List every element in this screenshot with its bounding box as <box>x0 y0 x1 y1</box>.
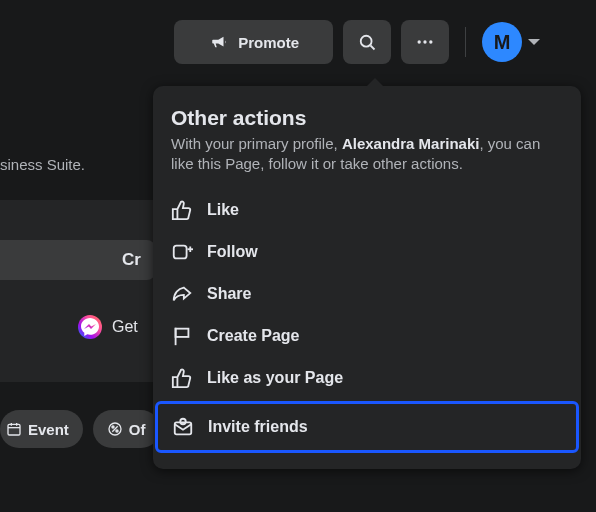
chip-row: Event Of <box>0 410 160 448</box>
dropdown-subtitle: With your primary profile, Alexandra Mar… <box>153 134 581 189</box>
profile-name: Alexandra Marinaki <box>342 135 480 152</box>
svg-rect-17 <box>176 328 189 336</box>
thumbs-up-icon <box>171 367 193 389</box>
share-icon <box>171 283 193 305</box>
messenger-label: Get <box>112 318 138 336</box>
offers-chip[interactable]: Of <box>93 410 160 448</box>
event-chip-label: Event <box>28 421 69 438</box>
menu-item-label: Follow <box>207 243 258 261</box>
percent-icon <box>107 421 123 437</box>
svg-point-3 <box>423 40 426 43</box>
menu-item-create-page[interactable]: Create Page <box>153 315 581 357</box>
menu-item-like[interactable]: Like <box>153 189 581 231</box>
svg-rect-5 <box>8 424 20 435</box>
menu-item-label: Create Page <box>207 327 300 345</box>
promote-button[interactable]: Promote <box>174 20 333 64</box>
calendar-icon <box>6 421 22 437</box>
messenger-link[interactable]: Get <box>78 315 138 339</box>
avatar: M <box>482 22 522 62</box>
svg-rect-13 <box>174 245 187 258</box>
partial-create-label: Cr <box>122 250 141 270</box>
thumbs-up-icon <box>171 199 193 221</box>
menu-item-follow[interactable]: Follow <box>153 231 581 273</box>
partial-suite-text: siness Suite. <box>0 156 85 173</box>
avatar-letter: M <box>494 31 511 54</box>
svg-point-0 <box>361 36 372 47</box>
menu-item-invite-friends[interactable]: Invite friends <box>155 401 579 453</box>
page-toolbar: Promote M <box>0 0 596 64</box>
offers-chip-label: Of <box>129 421 146 438</box>
svg-point-4 <box>429 40 432 43</box>
partial-panel <box>0 200 155 382</box>
search-icon <box>357 32 377 52</box>
event-chip[interactable]: Event <box>0 410 83 448</box>
menu-item-share[interactable]: Share <box>153 273 581 315</box>
more-button[interactable] <box>401 20 449 64</box>
other-actions-dropdown: Other actions With your primary profile,… <box>153 86 581 469</box>
divider <box>465 27 466 57</box>
profile-switcher[interactable]: M <box>482 22 540 62</box>
svg-point-10 <box>112 426 114 428</box>
invite-icon <box>172 416 194 438</box>
menu-item-label: Invite friends <box>208 418 308 436</box>
megaphone-icon <box>208 31 230 53</box>
partial-create-button[interactable]: Cr <box>0 240 155 280</box>
dropdown-title: Other actions <box>153 100 581 134</box>
menu-item-like-as-page[interactable]: Like as your Page <box>153 357 581 399</box>
promote-label: Promote <box>238 34 299 51</box>
search-button[interactable] <box>343 20 391 64</box>
svg-line-1 <box>371 46 375 50</box>
svg-point-11 <box>116 430 118 432</box>
flag-icon <box>171 325 193 347</box>
menu-item-label: Share <box>207 285 251 303</box>
menu-item-label: Like as your Page <box>207 369 343 387</box>
chevron-down-icon <box>528 39 540 45</box>
menu-item-label: Like <box>207 201 239 219</box>
more-icon <box>415 32 435 52</box>
messenger-icon <box>78 315 102 339</box>
follow-icon <box>171 241 193 263</box>
svg-point-2 <box>418 40 421 43</box>
